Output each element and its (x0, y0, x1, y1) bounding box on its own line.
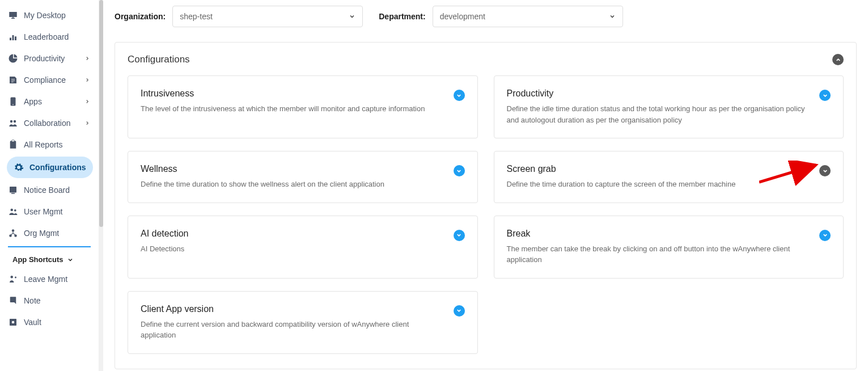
expand-break-button[interactable] (819, 230, 831, 241)
sidebar-divider (8, 246, 91, 247)
sidebar: My Desktop Leaderboard Productivity Comp… (0, 0, 99, 371)
sidebar-item-vault[interactable]: Vault (0, 311, 99, 333)
notice-icon (8, 185, 18, 195)
gear-icon (14, 162, 24, 172)
svg-point-7 (14, 209, 16, 212)
svg-point-6 (11, 209, 14, 212)
config-panel: Configurations Intrusiveness The level o… (115, 42, 857, 369)
vault-icon (8, 317, 18, 327)
sidebar-item-configurations[interactable]: Configurations (7, 157, 93, 178)
sidebar-item-label: My Desktop (24, 11, 91, 20)
sidebar-item-noticeboard[interactable]: Notice Board (0, 179, 99, 201)
chevron-down-icon (609, 13, 616, 20)
expand-screengrab-button[interactable] (819, 165, 831, 176)
card-desc: Define the time duration to show the wel… (141, 179, 444, 190)
svg-point-2 (10, 120, 13, 123)
sidebar-item-label: Leave Mgmt (24, 275, 91, 284)
expand-wellness-button[interactable] (454, 165, 465, 176)
sidebar-item-leaderboard[interactable]: Leaderboard (0, 26, 99, 48)
org-filter: Organization: shep-test (115, 6, 363, 27)
panel-title: Configurations (128, 54, 190, 65)
main-content: Organization: shep-test Department: deve… (103, 0, 868, 371)
svg-point-1 (12, 104, 14, 106)
filter-bar: Organization: shep-test Department: deve… (115, 6, 857, 27)
sidebar-item-mydesktop[interactable]: My Desktop (0, 5, 99, 26)
sidebar-item-collaboration[interactable]: Collaboration (0, 112, 99, 134)
sidebar-item-leavemgmt[interactable]: Leave Mgmt (0, 268, 99, 290)
leave-icon (8, 274, 18, 284)
card-title: Intrusiveness (141, 88, 444, 99)
card-title: Client App version (141, 304, 444, 314)
org-select-value: shep-test (180, 12, 213, 21)
config-card-screengrab: Screen grab Define the time duration to … (494, 151, 844, 203)
sidebar-item-productivity[interactable]: Productivity (0, 48, 99, 69)
collaboration-icon (8, 118, 18, 128)
org-icon (8, 228, 18, 238)
sidebar-item-allreports[interactable]: All Reports (0, 134, 99, 155)
sidebar-item-label: Collaboration (24, 119, 78, 128)
config-card-intrusiveness: Intrusiveness The level of the intrusive… (128, 75, 478, 138)
org-label: Organization: (115, 12, 166, 21)
clipboard-icon (8, 140, 18, 150)
sidebar-item-label: All Reports (24, 140, 91, 149)
card-desc: The member can take the break by clickin… (507, 243, 811, 265)
sidebar-item-note[interactable]: Note (0, 290, 99, 311)
svg-point-3 (14, 120, 16, 123)
card-title: Screen grab (507, 164, 811, 174)
sidebar-item-label: Configurations (29, 163, 86, 172)
chevron-down-icon (822, 92, 828, 99)
org-select[interactable]: shep-test (172, 6, 363, 27)
chevron-down-icon (67, 256, 74, 263)
sidebar-item-label: Vault (24, 318, 91, 327)
desktop-icon (8, 10, 18, 20)
sidebar-item-apps[interactable]: Apps (0, 91, 99, 112)
card-title: AI detection (141, 229, 444, 239)
card-title: Productivity (507, 88, 811, 99)
expand-aidetection-button[interactable] (454, 230, 465, 241)
sidebar-item-orgmgmt[interactable]: Org Mgmt (0, 222, 99, 244)
dept-select-value: development (440, 12, 485, 21)
note-icon (8, 296, 18, 306)
svg-point-13 (12, 321, 15, 324)
config-card-wellness: Wellness Define the time duration to sho… (128, 151, 478, 203)
sidebar-section-appshortcuts[interactable]: App Shortcuts (0, 248, 99, 268)
chevron-down-icon (456, 307, 462, 314)
sidebar-item-label: Productivity (24, 54, 78, 63)
config-card-productivity: Productivity Define the idle time durati… (494, 75, 844, 138)
chevron-right-icon (84, 55, 91, 62)
panel-collapse-button[interactable] (832, 54, 844, 65)
expand-clientapp-button[interactable] (454, 305, 465, 317)
piechart-icon (8, 53, 18, 64)
chevron-right-icon (84, 120, 91, 127)
scrollbar-thumb[interactable] (99, 0, 103, 227)
svg-point-8 (12, 229, 15, 232)
sidebar-item-usermgmt[interactable]: User Mgmt (0, 201, 99, 222)
phone-icon (8, 96, 18, 107)
users-icon (8, 206, 18, 217)
dept-filter: Department: development (379, 6, 623, 27)
chevron-up-icon (835, 57, 841, 63)
leaderboard-icon (8, 32, 18, 42)
card-title: Break (507, 229, 811, 239)
sidebar-item-label: Compliance (24, 75, 78, 85)
sidebar-item-label: Apps (24, 97, 78, 106)
scrollbar[interactable] (99, 0, 103, 371)
card-desc: AI Detections (141, 243, 444, 255)
chevron-down-icon (456, 232, 462, 238)
chevron-down-icon (456, 168, 462, 174)
chevron-down-icon (822, 168, 828, 174)
sidebar-item-label: Org Mgmt (24, 229, 91, 238)
config-card-break: Break The member can take the break by c… (494, 216, 844, 279)
dept-label: Department: (379, 12, 425, 21)
dept-select[interactable]: development (433, 6, 623, 27)
card-desc: Define the idle time duration status and… (507, 103, 811, 125)
sidebar-item-compliance[interactable]: Compliance (0, 69, 99, 91)
chevron-right-icon (84, 77, 91, 83)
chevron-down-icon (822, 232, 828, 238)
chevron-right-icon (84, 98, 91, 105)
sidebar-item-label: Notice Board (24, 186, 91, 195)
sidebar-item-label: User Mgmt (24, 207, 91, 216)
expand-intrusiveness-button[interactable] (454, 90, 465, 101)
expand-productivity-button[interactable] (819, 90, 831, 101)
card-desc: Define the current version and backward … (141, 319, 444, 341)
